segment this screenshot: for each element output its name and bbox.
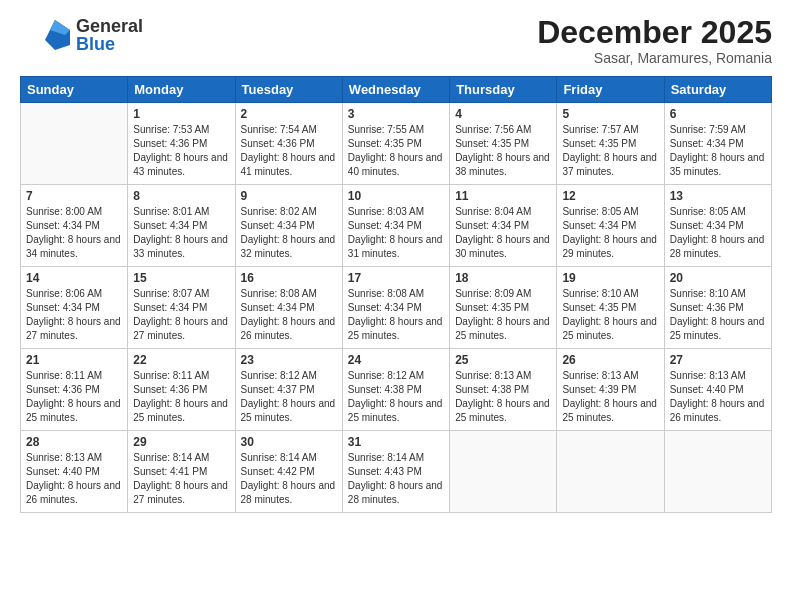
calendar-week-2: 14Sunrise: 8:06 AMSunset: 4:34 PMDayligh… <box>21 267 772 349</box>
day-info: Sunrise: 8:08 AMSunset: 4:34 PMDaylight:… <box>241 287 337 343</box>
day-info: Sunrise: 7:59 AMSunset: 4:34 PMDaylight:… <box>670 123 766 179</box>
title-block: December 2025 Sasar, Maramures, Romania <box>537 15 772 66</box>
calendar-cell <box>557 431 664 513</box>
calendar-cell: 8Sunrise: 8:01 AMSunset: 4:34 PMDaylight… <box>128 185 235 267</box>
calendar-cell: 25Sunrise: 8:13 AMSunset: 4:38 PMDayligh… <box>450 349 557 431</box>
calendar-week-1: 7Sunrise: 8:00 AMSunset: 4:34 PMDaylight… <box>21 185 772 267</box>
calendar-table: SundayMondayTuesdayWednesdayThursdayFrid… <box>20 76 772 513</box>
day-number: 26 <box>562 353 658 367</box>
col-header-wednesday: Wednesday <box>342 77 449 103</box>
day-info: Sunrise: 8:04 AMSunset: 4:34 PMDaylight:… <box>455 205 551 261</box>
day-number: 18 <box>455 271 551 285</box>
day-number: 2 <box>241 107 337 121</box>
month-title: December 2025 <box>537 15 772 50</box>
calendar-cell: 30Sunrise: 8:14 AMSunset: 4:42 PMDayligh… <box>235 431 342 513</box>
calendar-cell: 20Sunrise: 8:10 AMSunset: 4:36 PMDayligh… <box>664 267 771 349</box>
col-header-friday: Friday <box>557 77 664 103</box>
day-number: 7 <box>26 189 122 203</box>
day-number: 16 <box>241 271 337 285</box>
col-header-tuesday: Tuesday <box>235 77 342 103</box>
day-info: Sunrise: 8:14 AMSunset: 4:43 PMDaylight:… <box>348 451 444 507</box>
calendar-cell: 7Sunrise: 8:00 AMSunset: 4:34 PMDaylight… <box>21 185 128 267</box>
day-number: 28 <box>26 435 122 449</box>
calendar-cell: 9Sunrise: 8:02 AMSunset: 4:34 PMDaylight… <box>235 185 342 267</box>
day-info: Sunrise: 7:55 AMSunset: 4:35 PMDaylight:… <box>348 123 444 179</box>
col-header-thursday: Thursday <box>450 77 557 103</box>
day-number: 12 <box>562 189 658 203</box>
calendar-week-0: 1Sunrise: 7:53 AMSunset: 4:36 PMDaylight… <box>21 103 772 185</box>
calendar-cell: 29Sunrise: 8:14 AMSunset: 4:41 PMDayligh… <box>128 431 235 513</box>
calendar-cell: 12Sunrise: 8:05 AMSunset: 4:34 PMDayligh… <box>557 185 664 267</box>
col-header-saturday: Saturday <box>664 77 771 103</box>
calendar-cell <box>450 431 557 513</box>
day-number: 4 <box>455 107 551 121</box>
col-header-sunday: Sunday <box>21 77 128 103</box>
day-number: 31 <box>348 435 444 449</box>
calendar-cell: 26Sunrise: 8:13 AMSunset: 4:39 PMDayligh… <box>557 349 664 431</box>
day-number: 3 <box>348 107 444 121</box>
day-info: Sunrise: 7:57 AMSunset: 4:35 PMDaylight:… <box>562 123 658 179</box>
day-info: Sunrise: 8:13 AMSunset: 4:40 PMDaylight:… <box>26 451 122 507</box>
logo-icon <box>20 15 70 55</box>
day-info: Sunrise: 8:02 AMSunset: 4:34 PMDaylight:… <box>241 205 337 261</box>
day-number: 6 <box>670 107 766 121</box>
day-info: Sunrise: 8:13 AMSunset: 4:39 PMDaylight:… <box>562 369 658 425</box>
day-number: 5 <box>562 107 658 121</box>
day-info: Sunrise: 8:12 AMSunset: 4:38 PMDaylight:… <box>348 369 444 425</box>
day-number: 1 <box>133 107 229 121</box>
day-info: Sunrise: 8:13 AMSunset: 4:38 PMDaylight:… <box>455 369 551 425</box>
calendar-cell: 16Sunrise: 8:08 AMSunset: 4:34 PMDayligh… <box>235 267 342 349</box>
day-info: Sunrise: 8:05 AMSunset: 4:34 PMDaylight:… <box>562 205 658 261</box>
day-number: 29 <box>133 435 229 449</box>
calendar-cell: 3Sunrise: 7:55 AMSunset: 4:35 PMDaylight… <box>342 103 449 185</box>
calendar-header-row: SundayMondayTuesdayWednesdayThursdayFrid… <box>21 77 772 103</box>
day-info: Sunrise: 7:53 AMSunset: 4:36 PMDaylight:… <box>133 123 229 179</box>
day-info: Sunrise: 8:13 AMSunset: 4:40 PMDaylight:… <box>670 369 766 425</box>
day-number: 20 <box>670 271 766 285</box>
col-header-monday: Monday <box>128 77 235 103</box>
calendar-cell: 19Sunrise: 8:10 AMSunset: 4:35 PMDayligh… <box>557 267 664 349</box>
day-info: Sunrise: 8:14 AMSunset: 4:42 PMDaylight:… <box>241 451 337 507</box>
calendar-cell: 18Sunrise: 8:09 AMSunset: 4:35 PMDayligh… <box>450 267 557 349</box>
calendar-cell: 31Sunrise: 8:14 AMSunset: 4:43 PMDayligh… <box>342 431 449 513</box>
page: General Blue December 2025 Sasar, Maramu… <box>0 0 792 612</box>
day-info: Sunrise: 8:01 AMSunset: 4:34 PMDaylight:… <box>133 205 229 261</box>
calendar-cell: 10Sunrise: 8:03 AMSunset: 4:34 PMDayligh… <box>342 185 449 267</box>
day-number: 13 <box>670 189 766 203</box>
day-number: 23 <box>241 353 337 367</box>
day-info: Sunrise: 8:09 AMSunset: 4:35 PMDaylight:… <box>455 287 551 343</box>
day-number: 24 <box>348 353 444 367</box>
day-number: 14 <box>26 271 122 285</box>
calendar-week-3: 21Sunrise: 8:11 AMSunset: 4:36 PMDayligh… <box>21 349 772 431</box>
day-number: 9 <box>241 189 337 203</box>
logo-text: General Blue <box>76 17 143 53</box>
day-number: 22 <box>133 353 229 367</box>
logo-blue: Blue <box>76 35 143 53</box>
calendar-cell: 23Sunrise: 8:12 AMSunset: 4:37 PMDayligh… <box>235 349 342 431</box>
calendar-cell: 14Sunrise: 8:06 AMSunset: 4:34 PMDayligh… <box>21 267 128 349</box>
day-info: Sunrise: 8:06 AMSunset: 4:34 PMDaylight:… <box>26 287 122 343</box>
day-number: 30 <box>241 435 337 449</box>
day-info: Sunrise: 8:03 AMSunset: 4:34 PMDaylight:… <box>348 205 444 261</box>
day-info: Sunrise: 7:56 AMSunset: 4:35 PMDaylight:… <box>455 123 551 179</box>
calendar-cell: 24Sunrise: 8:12 AMSunset: 4:38 PMDayligh… <box>342 349 449 431</box>
calendar-cell <box>664 431 771 513</box>
logo: General Blue <box>20 15 143 55</box>
day-info: Sunrise: 8:11 AMSunset: 4:36 PMDaylight:… <box>26 369 122 425</box>
day-info: Sunrise: 7:54 AMSunset: 4:36 PMDaylight:… <box>241 123 337 179</box>
day-info: Sunrise: 8:08 AMSunset: 4:34 PMDaylight:… <box>348 287 444 343</box>
calendar-cell: 27Sunrise: 8:13 AMSunset: 4:40 PMDayligh… <box>664 349 771 431</box>
calendar-cell: 17Sunrise: 8:08 AMSunset: 4:34 PMDayligh… <box>342 267 449 349</box>
calendar-cell: 11Sunrise: 8:04 AMSunset: 4:34 PMDayligh… <box>450 185 557 267</box>
day-info: Sunrise: 8:00 AMSunset: 4:34 PMDaylight:… <box>26 205 122 261</box>
day-info: Sunrise: 8:05 AMSunset: 4:34 PMDaylight:… <box>670 205 766 261</box>
day-number: 17 <box>348 271 444 285</box>
day-info: Sunrise: 8:11 AMSunset: 4:36 PMDaylight:… <box>133 369 229 425</box>
calendar-cell: 2Sunrise: 7:54 AMSunset: 4:36 PMDaylight… <box>235 103 342 185</box>
calendar-cell <box>21 103 128 185</box>
calendar-cell: 1Sunrise: 7:53 AMSunset: 4:36 PMDaylight… <box>128 103 235 185</box>
location: Sasar, Maramures, Romania <box>537 50 772 66</box>
calendar-cell: 6Sunrise: 7:59 AMSunset: 4:34 PMDaylight… <box>664 103 771 185</box>
day-number: 10 <box>348 189 444 203</box>
header: General Blue December 2025 Sasar, Maramu… <box>20 15 772 66</box>
